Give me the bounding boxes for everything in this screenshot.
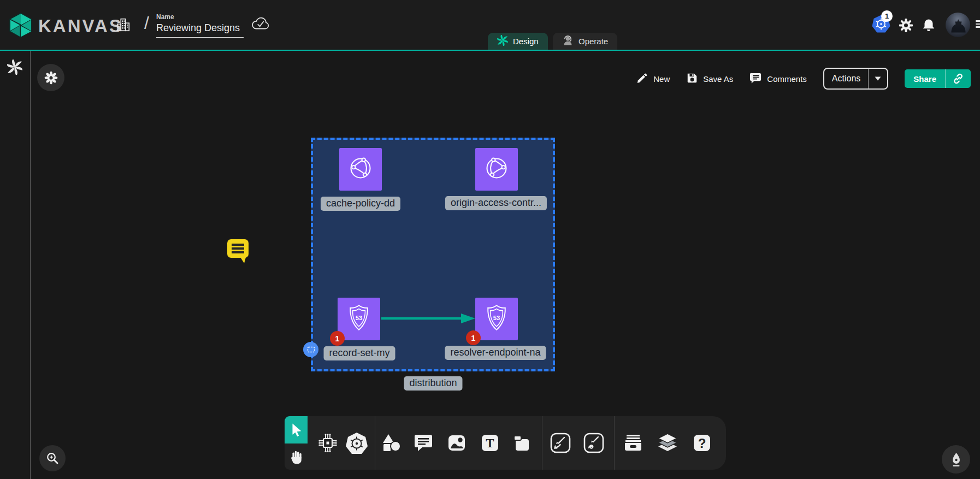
operate-tab-icon (562, 35, 574, 48)
tool-vector-pen-icon[interactable] (548, 431, 572, 455)
tab-design[interactable]: Design (488, 33, 548, 50)
share-button-label: Share (905, 69, 945, 88)
notifications-bell-icon[interactable] (922, 17, 936, 35)
kanvas-app: KANVAS / Name (0, 0, 980, 479)
tool-pan-hand[interactable] (285, 443, 308, 470)
comments-button-label: Comments (767, 74, 807, 84)
save-as-button-label: Save As (703, 74, 733, 84)
tool-image-icon[interactable] (445, 431, 469, 455)
cloud-saved-icon (250, 15, 271, 34)
svg-text:53: 53 (356, 315, 363, 321)
comments-button[interactable]: Comments (749, 72, 807, 86)
error-count-badge[interactable]: 1 (466, 330, 481, 345)
pencil-icon (636, 72, 648, 86)
tool-notes-icon[interactable] (510, 431, 534, 455)
meshery-spiral-icon[interactable] (7, 60, 22, 77)
canvas-action-bar: New Save As Co (636, 68, 971, 90)
design-tab-icon (497, 35, 508, 48)
save-as-button[interactable]: Save As (686, 72, 733, 86)
design-name-input[interactable] (156, 21, 244, 38)
new-button-label: New (653, 74, 670, 84)
toolbar-divider (542, 416, 542, 470)
actions-button-label: Actions (824, 74, 868, 84)
node-label[interactable]: cache-policy-dd (321, 197, 400, 211)
tool-drawer-archive-icon[interactable] (621, 431, 645, 455)
svg-text:53: 53 (493, 315, 500, 321)
header: KANVAS / Name (0, 0, 980, 51)
tool-select-cursor[interactable] (285, 416, 308, 443)
kanvas-logo-icon (9, 12, 33, 40)
kanvas-logo[interactable]: KANVAS (9, 12, 123, 40)
cloudfront-globe-icon (345, 153, 376, 186)
node-record-set[interactable]: 53 (338, 298, 380, 340)
node-origin-access-control[interactable] (475, 148, 518, 191)
share-button[interactable]: Share (905, 69, 971, 88)
brand-wordmark: KANVAS (38, 16, 123, 37)
cloudfront-globe-icon (481, 153, 512, 186)
route53-shield-icon: 53 (344, 303, 374, 335)
tool-components-chip-icon[interactable] (316, 431, 340, 455)
breadcrumb-separator: / (144, 13, 149, 33)
left-sidebar (0, 51, 31, 479)
tool-layers-icon[interactable] (656, 431, 680, 455)
kubernetes-context-count-badge: 1 (881, 10, 893, 22)
node-cache-policy[interactable] (339, 148, 382, 191)
edge-record-set-to-resolver[interactable] (381, 312, 475, 325)
operate-tab-label: Operate (578, 37, 608, 46)
design-tab-label: Design (513, 37, 539, 46)
tool-text-icon[interactable]: T (478, 431, 502, 455)
node-resolver-endpoint[interactable]: 53 (475, 298, 518, 340)
header-menu-icon[interactable] (976, 19, 980, 29)
name-field-label: Name (156, 13, 244, 21)
bottom-toolbar: T (308, 416, 726, 470)
svg-text:?: ? (698, 436, 706, 451)
toolbar-divider (375, 416, 375, 470)
svg-text:T: T (486, 436, 494, 450)
group-collapse-handle[interactable] (303, 342, 318, 357)
route53-shield-icon: 53 (481, 303, 512, 335)
node-label[interactable]: resolver-endpoint-na (445, 346, 546, 360)
pen-mode-button[interactable] (942, 445, 970, 474)
new-button[interactable]: New (636, 72, 670, 86)
group-label[interactable]: distribution (404, 376, 462, 391)
node-label[interactable]: record-set-my (323, 346, 395, 360)
node-label[interactable]: origin-access-contr... (445, 196, 547, 210)
canvas-snowflake-button[interactable] (37, 64, 64, 91)
comments-icon (749, 72, 762, 86)
copy-link-icon[interactable] (946, 69, 971, 88)
actions-caret-icon[interactable] (869, 76, 887, 81)
user-avatar[interactable] (946, 13, 970, 37)
zoom-in-button[interactable] (39, 445, 66, 471)
tool-shapes-icon[interactable] (380, 431, 404, 455)
settings-gear-icon[interactable] (899, 18, 913, 35)
tab-operate[interactable]: Operate (553, 33, 617, 50)
canvas-comment-marker[interactable] (226, 238, 250, 266)
design-name-field: Name (156, 13, 244, 38)
tool-freehand-pencil-icon[interactable] (582, 431, 606, 455)
tool-kubernetes-icon[interactable] (345, 431, 369, 455)
save-icon (686, 72, 698, 86)
actions-dropdown-button[interactable]: Actions (823, 68, 888, 90)
toolbar-divider (614, 416, 615, 470)
tool-comment-icon[interactable] (411, 431, 435, 455)
tool-help-icon[interactable]: ? (690, 431, 714, 455)
organization-icon[interactable] (115, 16, 131, 35)
error-count-badge[interactable]: 1 (330, 331, 345, 346)
